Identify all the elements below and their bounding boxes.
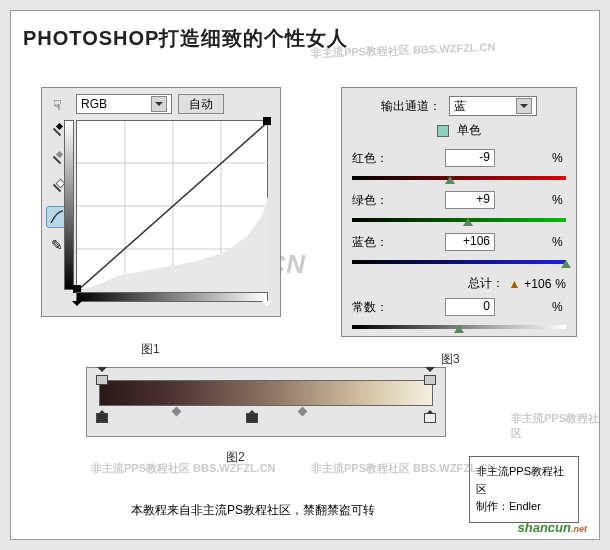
pct-label: % [552,151,566,165]
footer-text: 本教程来自非主流PS教程社区，禁翻禁盗可转 [131,502,375,519]
figure-label-2: 图2 [226,449,245,466]
color-stop[interactable] [96,405,108,419]
pencil-icon [51,237,63,253]
blue-label: 蓝色： [352,234,388,251]
white-slider[interactable] [262,301,272,311]
watermark: 非主流PPS教程社区 BBS.WZFZL.CN [91,461,276,476]
dropdown-arrow-icon [516,98,532,114]
pct-label: % [552,235,566,249]
eyedropper-gray-icon [50,154,64,168]
shancun-logo: shancun.net [518,520,587,535]
channel-mixer-panel: 输出通道： 蓝 单色 红色： -9 % 绿色： +9 % [341,87,577,337]
red-slider[interactable] [352,173,566,183]
output-gradient [64,120,74,290]
pct-label: % [555,277,566,291]
hand-icon [53,97,62,113]
constant-label: 常数： [352,299,388,316]
point-sample-tool[interactable] [46,94,68,116]
output-channel-select[interactable]: 蓝 [449,96,537,116]
curves-panel: RGB 自动 [41,87,281,317]
figure-label-3: 图3 [441,351,460,368]
eyedropper-black-icon [50,126,64,140]
pct-label: % [552,300,566,314]
constant-slider[interactable] [352,322,566,332]
opacity-stop[interactable] [424,367,436,381]
auto-button[interactable]: 自动 [178,94,224,114]
curve-grid[interactable] [76,120,268,290]
blue-slider[interactable] [352,257,566,267]
green-label: 绿色： [352,192,388,209]
curve-icon [49,209,65,225]
green-input[interactable]: +9 [445,191,495,209]
channel-select[interactable]: RGB [76,94,172,114]
credit-box: 非主流PPS教程社区 制作：Endler [469,456,579,523]
gradient-bar[interactable] [99,380,433,406]
monochrome-checkbox[interactable] [437,125,449,137]
pct-label: % [552,193,566,207]
warning-icon: ▲ [508,277,520,291]
channel-value: RGB [81,97,107,111]
monochrome-label: 单色 [457,122,481,139]
credit-line1: 非主流PPS教程社区 [476,463,572,498]
color-stop[interactable] [424,405,436,419]
opacity-stop[interactable] [96,367,108,381]
midpoint-handle[interactable] [298,407,308,417]
dropdown-arrow-icon [151,96,167,112]
watermark: 非主流PPS教程社区 BBS.WZFZL.CN [311,461,496,476]
color-stop[interactable] [246,405,258,419]
page-title: PHOTOSHOP打造细致的个性女人 [23,25,348,52]
eyedropper-white-icon [50,182,64,196]
watermark: 非主流PPS教程社区 [511,411,599,441]
total-value: +106 [524,277,551,291]
blue-input[interactable]: +106 [445,233,495,251]
midpoint-handle[interactable] [172,407,182,417]
credit-line2: 制作：Endler [476,498,572,516]
constant-input[interactable]: 0 [445,298,495,316]
total-label: 总计： [468,275,504,292]
green-slider[interactable] [352,215,566,225]
input-gradient [76,292,268,302]
gradient-editor-panel [86,367,446,437]
red-label: 红色： [352,150,388,167]
red-input[interactable]: -9 [445,149,495,167]
black-slider[interactable] [72,301,82,311]
curve-handle-white[interactable] [263,117,271,125]
output-channel-label: 输出通道： [381,98,441,115]
output-channel-value: 蓝 [454,98,466,115]
figure-label-1: 图1 [141,341,160,358]
